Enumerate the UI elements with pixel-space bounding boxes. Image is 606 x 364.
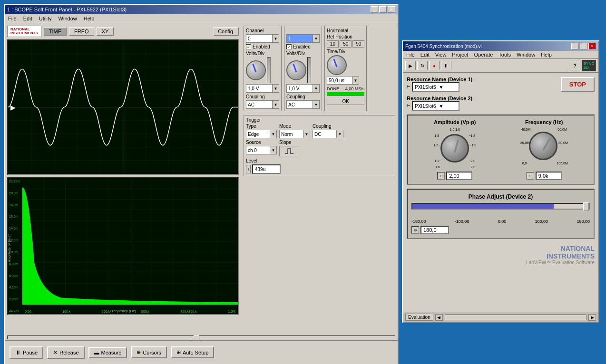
refresh-button[interactable]: ↻ [417,61,428,70]
fgen-scrollbar[interactable] [445,315,586,320]
stop-button[interactable]: STOP [561,77,595,92]
fgen-menu-file[interactable]: File [405,51,416,58]
resource2-arrow[interactable]: ▼ [438,104,444,109]
help-button[interactable]: ? [570,61,580,70]
channel1-voltsdiv-arrow[interactable]: ▼ [272,85,279,92]
ref-10-button[interactable]: 10 [327,40,339,48]
close-button[interactable]: × [388,6,395,13]
pause-run-button[interactable]: ⏸ [441,61,451,70]
cursors-icon: ⊕ [137,349,141,355]
channel2-knob[interactable] [286,60,306,80]
trigger-type-dropdown[interactable]: Edge ▼ [246,130,277,138]
timediv-arrow[interactable]: ▼ [352,77,359,84]
fgen-menu-help[interactable]: Help [539,51,553,58]
measure-label: Measure [101,350,122,355]
scope-main-content: NATIONAL INSTRUMENTS TIME FREQ XY Config… [5,23,398,358]
channel1-arrow[interactable]: ▼ [272,35,279,42]
channel2-slider[interactable] [307,57,311,83]
freq-mode-button[interactable]: FREQ [69,27,94,36]
channel2-voltsdiv-dropdown[interactable]: 1,0 V ▼ [286,84,320,93]
trigger-type-arrow[interactable]: ▼ [270,130,276,138]
channel2-enabled-checkbox[interactable]: ✓ [286,44,292,49]
ref-90-button[interactable]: 90 [352,40,364,48]
frequency-value-input[interactable]: 9,0k [536,172,562,180]
amplitude-value-input[interactable]: 2,00 [446,172,472,180]
amplitude-knob[interactable] [440,134,469,163]
pause-button[interactable]: ⏸ Pause [10,346,43,359]
scroll-right-btn[interactable]: ▶ [588,314,596,321]
trigger-coupling-dropdown[interactable]: DC ▼ [313,130,343,138]
menu-file[interactable]: File [7,15,18,22]
fgen-menu-view[interactable]: View [434,51,448,58]
ref-position-label: Ref Position [327,34,364,39]
trigger-source-arrow[interactable]: ▼ [270,146,276,154]
resource2-label: Resource Name (Device 2) [407,96,595,101]
fgen-minimize-button[interactable]: _ [571,43,579,49]
fgen-close-button[interactable]: × [588,43,596,49]
ok-button[interactable]: OK [327,98,364,105]
timediv-dropdown[interactable]: 50,0 us ▼ [327,76,359,85]
phase-thumb[interactable] [583,202,589,211]
menu-edit[interactable]: Edit [22,15,34,22]
frequency-spin-btn[interactable]: ⊙ [527,172,534,180]
ref-50-button[interactable]: 50 [340,40,352,48]
channel1-coupling-dropdown[interactable]: AC ▼ [246,100,279,109]
amp-scale-right3: ~2,0 [469,159,475,163]
maximize-button[interactable]: □ [379,6,387,13]
cursors-label: Cursors [143,350,161,355]
time-mode-button[interactable]: TIME [44,27,67,36]
done-value: 4,00 MS/s [345,86,365,91]
channel2-coupling-dropdown[interactable]: AC ▼ [286,100,320,109]
auto-setup-button[interactable]: ⊞ Auto Setup [171,346,214,358]
channel2-coupling-arrow[interactable]: ▼ [313,101,319,108]
slope-indicator[interactable] [279,146,298,156]
scope-toolbar: ⏸ Pause ✕ Release ▬ Measure ⊕ Cursors ⊞ … [5,340,398,364]
stop-run-button[interactable]: ● [429,61,440,70]
channel2-dropdown[interactable]: 1 ▼ [286,34,320,43]
phase-track[interactable] [411,203,590,210]
trigger-level-input[interactable]: 439u [252,164,281,174]
scroll-left-btn[interactable]: ◀ [435,314,443,321]
fgen-menu-project[interactable]: Project [450,51,469,58]
channel1-dropdown[interactable]: 0 ▼ [246,34,279,43]
horizontal-scrollbar[interactable] [7,335,395,339]
run-arrow-button[interactable]: ▶ [405,61,416,70]
horizontal-knob-indicator [333,59,337,67]
trigger-source-dropdown[interactable]: ch 0 ▼ [246,146,277,154]
menu-window[interactable]: Window [57,15,78,22]
amplitude-spin-btn[interactable]: ⊙ [437,172,445,180]
fgen-maximize-button[interactable]: □ [580,43,587,49]
menu-help[interactable]: Help [82,15,96,22]
fgen-menu-window[interactable]: Window [515,51,537,58]
trigger-mode-col: Mode Norm ▼ Slope [279,124,310,156]
channel2-arrow[interactable]: ▼ [313,35,319,42]
release-button[interactable]: ✕ Release [47,346,84,359]
channel1-slider[interactable] [267,57,271,83]
resource1-dropdown[interactable]: PXI1Slot5 ▼ [412,82,459,92]
channel2-voltsdiv-arrow[interactable]: ▼ [313,85,319,92]
resource1-arrow[interactable]: ▼ [438,85,444,90]
channel1-coupling-arrow[interactable]: ▼ [272,101,279,108]
trigger-mode-dropdown[interactable]: Norm ▼ [279,130,310,138]
menu-utility[interactable]: Utility [38,15,53,22]
frequency-knob[interactable] [529,132,557,160]
resource2-dropdown[interactable]: PXI1Slot6 ▼ [412,101,459,111]
fgen-menu-edit[interactable]: Edit [419,51,431,58]
phase-value-input[interactable]: 180,0 [420,226,449,234]
channel1-enabled-checkbox[interactable]: ✓ [246,44,251,49]
fgen-menu-operate[interactable]: Operate [473,51,495,58]
measure-button[interactable]: ▬ Measure [88,347,127,358]
fgen-menu-tools[interactable]: Tools [497,51,512,58]
phase-spin-btn[interactable]: ⊙ [411,226,419,234]
freq-scale-1: 40,0M [521,128,530,131]
horizontal-knob[interactable] [327,55,347,75]
config-button[interactable]: Config. [214,27,239,36]
xy-mode-button[interactable]: XY [97,27,114,36]
minimize-button[interactable]: _ [371,6,378,13]
channel1-knob[interactable] [246,60,266,80]
trigger-mode-arrow[interactable]: ▼ [303,130,310,138]
cursors-button[interactable]: ⊕ Cursors [131,346,167,358]
channel1-voltsdiv-dropdown[interactable]: 1,0 V ▼ [246,84,279,93]
trigger-coupling-arrow[interactable]: ▼ [336,130,343,138]
trigger-controls: Type Edge ▼ Source ch 0 ▼ Mode [246,124,393,156]
